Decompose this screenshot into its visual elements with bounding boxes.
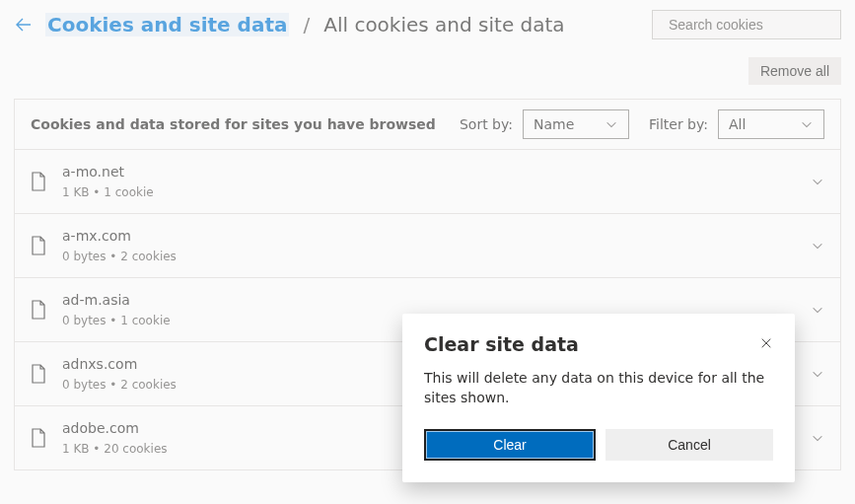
site-name: a-mo.net	[62, 164, 795, 180]
file-icon	[31, 236, 46, 255]
filter-select[interactable]: All	[718, 109, 824, 139]
site-meta: 1 KB • 1 cookie	[62, 185, 795, 199]
file-icon	[31, 428, 46, 448]
site-name: a-mx.com	[62, 228, 795, 244]
file-icon	[31, 300, 46, 320]
breadcrumb-separator: /	[301, 13, 312, 36]
site-meta: 0 bytes • 2 cookies	[62, 250, 795, 263]
search-input[interactable]	[669, 17, 841, 33]
sort-select[interactable]: Name	[523, 109, 629, 139]
filter-value: All	[729, 116, 746, 132]
file-icon	[31, 364, 46, 384]
chevron-down-icon	[811, 431, 824, 445]
dialog-body: This will delete any data on this device…	[424, 369, 773, 407]
site-name: ad-m.asia	[62, 292, 795, 308]
remove-all-button[interactable]: Remove all	[748, 57, 841, 85]
sort-value: Name	[534, 116, 574, 132]
clear-site-data-dialog: Clear site data This will delete any dat…	[402, 314, 795, 482]
dialog-title: Clear site data	[424, 333, 579, 355]
back-button[interactable]	[14, 15, 34, 35]
cookie-site-row[interactable]: a-mo.net1 KB • 1 cookie	[15, 150, 840, 214]
close-icon	[761, 338, 771, 348]
filter-label: Filter by:	[649, 116, 708, 132]
file-icon	[31, 172, 46, 191]
chevron-down-icon	[811, 175, 824, 188]
section-title: Cookies and data stored for sites you ha…	[31, 116, 440, 132]
sort-label: Sort by:	[460, 116, 513, 132]
chevron-down-icon	[811, 367, 824, 381]
chevron-down-icon	[811, 239, 824, 252]
chevron-down-icon	[811, 303, 824, 317]
chevron-down-icon	[605, 117, 618, 131]
cookie-site-row[interactable]: a-mx.com0 bytes • 2 cookies	[15, 214, 840, 278]
search-field[interactable]	[652, 10, 841, 39]
section-header: Cookies and data stored for sites you ha…	[15, 100, 840, 150]
breadcrumb-parent-link[interactable]: Cookies and site data	[45, 13, 289, 36]
breadcrumb-current: All cookies and site data	[323, 13, 564, 36]
cancel-button[interactable]: Cancel	[606, 429, 773, 461]
close-button[interactable]	[759, 333, 773, 347]
clear-button[interactable]: Clear	[424, 429, 596, 461]
chevron-down-icon	[800, 117, 814, 131]
